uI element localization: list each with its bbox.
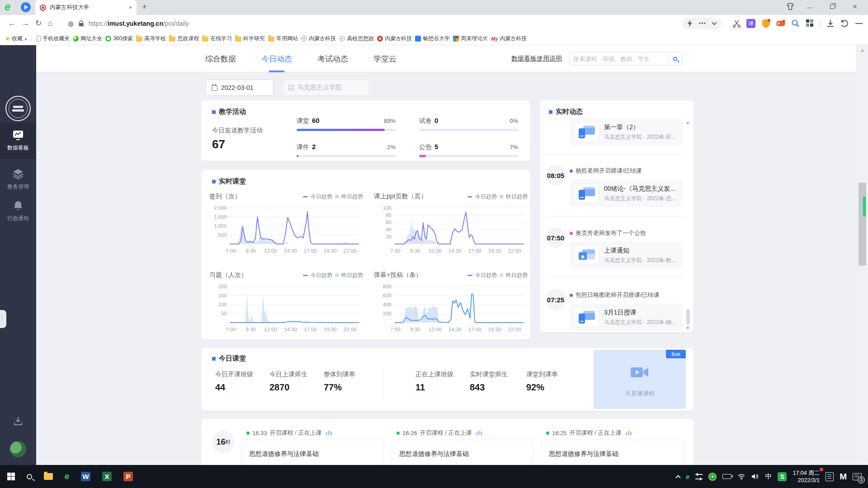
downloads-icon[interactable] <box>826 19 835 28</box>
sidebar-item-notice[interactable]: 行政通知 <box>0 193 36 228</box>
bookmark-folder-schools[interactable]: 高等学校 <box>136 35 166 42</box>
org-value: 马克思主义学院 <box>297 84 342 92</box>
chart-legend[interactable]: 今日趋势昨日趋势 <box>467 193 528 201</box>
org-selector[interactable]: 马克思主义学院 <box>283 80 369 96</box>
lock-warning-icon[interactable] <box>78 20 85 28</box>
back-button[interactable] <box>8 19 16 28</box>
excel-icon[interactable] <box>102 472 112 481</box>
bookmark-folder-research[interactable]: 科学研究 <box>235 35 265 42</box>
tab-close-icon[interactable] <box>128 4 132 11</box>
class-icon <box>574 183 599 203</box>
bookmark-mobile[interactable]: 手机收藏夹 <box>37 35 70 42</box>
feed-scrollbar-thumb[interactable] <box>686 309 690 324</box>
wifi-icon[interactable] <box>737 474 745 480</box>
feed-card[interactable]: 第一章（2）马克思主义学院 · 2022春-应... <box>570 118 683 145</box>
pinned-app-icon[interactable] <box>21 2 31 12</box>
powerpoint-icon[interactable] <box>123 472 133 481</box>
m-app-icon[interactable] <box>840 472 847 482</box>
search-input[interactable] <box>570 56 668 62</box>
bookmark-gaoxiao[interactable]: 高校思想政 <box>339 35 374 42</box>
sidebar-export-button[interactable] <box>13 416 24 428</box>
svg-text:20: 20 <box>386 234 392 239</box>
games-extension-icon[interactable] <box>776 19 786 28</box>
chart-legend[interactable]: 今日趋势昨日趋势 <box>467 272 528 279</box>
svg-text:100: 100 <box>218 302 227 307</box>
window-restore-button[interactable] <box>825 1 840 13</box>
file-explorer-icon[interactable] <box>44 473 53 480</box>
battery-icon[interactable] <box>722 474 731 479</box>
page-scrollbar-thumb[interactable] <box>859 183 866 266</box>
browser-logo-icon[interactable] <box>5 1 10 13</box>
bookmark-imust1[interactable]: 内蒙古科技 <box>301 35 336 42</box>
date-picker[interactable]: 2022-03-01 <box>206 80 274 96</box>
window-close-button[interactable] <box>847 1 863 13</box>
browser-tab[interactable]: 内蒙古科技大学 <box>35 0 137 15</box>
bookmark-360search[interactable]: 360搜索 <box>105 35 133 42</box>
bookmark-imust2[interactable]: 内蒙古科技 <box>377 35 412 42</box>
undo-history-icon[interactable] <box>840 19 849 28</box>
user-avatar[interactable] <box>10 441 26 457</box>
feed-scroll-down-icon[interactable] <box>686 326 690 330</box>
chevron-down-icon[interactable] <box>712 20 717 25</box>
svg-text:1,000: 1,000 <box>214 223 227 229</box>
sidebar-item-dashboard[interactable]: 数据看板 <box>0 123 36 159</box>
security-extension-icon[interactable] <box>761 19 771 28</box>
word-icon[interactable] <box>81 472 90 481</box>
tab-overall-data[interactable]: 综合数据 <box>205 45 236 72</box>
bookmark-changxiang[interactable]: 畅想谷大学 <box>415 35 450 42</box>
reload-button[interactable] <box>35 19 42 28</box>
live-course-tile[interactable]: live 无直播课程 <box>594 350 686 409</box>
bookmark-folder-common[interactable]: 常用网站 <box>268 35 298 42</box>
forward-button[interactable] <box>22 19 29 28</box>
sogou-icon[interactable] <box>778 472 787 481</box>
more-actions-icon[interactable] <box>699 20 706 27</box>
help-link[interactable]: 数据看板使用说明 <box>511 55 562 63</box>
bookmark-sites[interactable]: 网址大全 <box>73 35 102 42</box>
home-button[interactable] <box>48 19 52 28</box>
taskbar-search-icon[interactable] <box>27 474 32 479</box>
speaker-icon[interactable] <box>751 473 759 480</box>
sidebar-item-academic[interactable]: 教务管理 <box>0 162 36 196</box>
chart-legend[interactable]: 今日趋势昨日趋势 <box>303 193 363 201</box>
search-extension-icon[interactable] <box>791 19 800 28</box>
bookmark-zhoumo[interactable]: 周末理论大 <box>453 35 488 42</box>
translate-extension-icon[interactable] <box>746 19 755 28</box>
scroll-up-icon[interactable] <box>860 48 864 52</box>
chart-legend[interactable]: 今日趋势昨日趋势 <box>303 272 363 279</box>
apps-grid-icon[interactable] <box>806 19 814 27</box>
tray-browser-icon[interactable] <box>686 473 689 480</box>
bar-announcement: 公告57% <box>419 143 518 157</box>
new-tab-button[interactable] <box>142 2 147 11</box>
taskbar-clock[interactable]: 17:04 周二 2022/3/1 <box>793 469 820 484</box>
bookmark-folder-sizheng[interactable]: 思政课程 <box>169 35 199 42</box>
feed-card[interactable]: 3月1日授课马克思主义学院 · 2022春-物... <box>570 304 683 331</box>
url-bar[interactable]: https://imust.yuketang.cn/pro/daily <box>89 20 189 27</box>
tab-exam-trends[interactable]: 考试动态 <box>317 45 348 72</box>
site-info-icon[interactable] <box>68 21 74 27</box>
screenshot-scissors-icon[interactable] <box>732 19 741 28</box>
tray-antivirus-icon[interactable] <box>708 473 717 481</box>
browser-taskbar-icon[interactable] <box>65 472 69 481</box>
bookmark-favorites[interactable]: 收藏 <box>5 35 26 42</box>
search-button[interactable] <box>668 54 682 63</box>
announcement-icon <box>574 245 599 265</box>
tab-title: 内蒙古科技大学 <box>50 4 125 11</box>
stat-attendees: 今日上课师生2870 <box>269 371 307 393</box>
tab-today-trends[interactable]: 今日动态 <box>261 45 292 72</box>
tray-settings-icon[interactable] <box>695 474 703 479</box>
bookmark-folder-online[interactable]: 在线学习 <box>202 35 232 42</box>
tab-xuetangyun[interactable]: 学堂云 <box>373 45 396 72</box>
feed-card[interactable]: 00绪论-《马克思主义发...马克思主义学院 · 2022春-思... <box>570 180 683 207</box>
start-button[interactable] <box>7 473 15 480</box>
ime-indicator[interactable]: 中 <box>765 472 772 481</box>
feed-scroll-up-icon[interactable] <box>686 120 690 125</box>
lightning-icon[interactable] <box>687 20 693 27</box>
bookmark-imust3[interactable]: 内蒙古科技 <box>491 35 527 42</box>
skin-button[interactable] <box>786 2 795 13</box>
sidebar-collapse-handle[interactable] <box>0 310 6 328</box>
notes-icon[interactable] <box>826 472 834 481</box>
feed-card[interactable]: 上课通知马克思主义学院 · 2022春-数... <box>570 242 683 269</box>
tray-expand-icon[interactable] <box>675 475 680 480</box>
notifications-icon[interactable]: 1 <box>853 473 862 480</box>
window-minimize-button[interactable] <box>802 1 817 13</box>
